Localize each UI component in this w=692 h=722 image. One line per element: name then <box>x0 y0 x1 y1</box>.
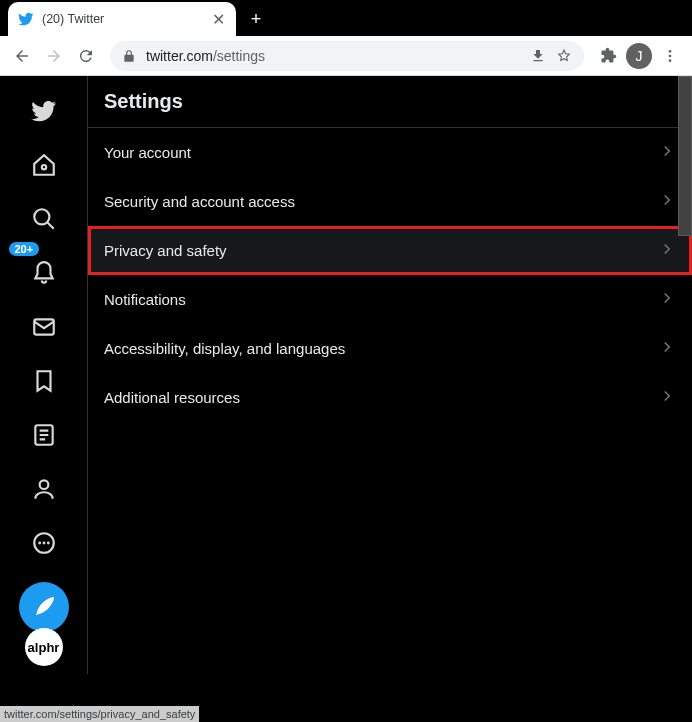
close-window-button[interactable] <box>656 2 684 30</box>
setting-row[interactable]: Privacy and safety <box>88 226 692 275</box>
url-text: twitter.com/settings <box>146 48 520 64</box>
svg-point-11 <box>38 542 41 545</box>
svg-point-12 <box>42 542 45 545</box>
account-avatar[interactable]: alphr <box>25 628 63 666</box>
svg-point-2 <box>669 50 672 53</box>
bookmark-star-icon[interactable] <box>556 48 572 64</box>
nav-notifications[interactable]: 20+ <box>19 248 69 298</box>
sidebar: 20+ alphr <box>0 76 88 674</box>
install-icon[interactable] <box>530 48 546 64</box>
setting-label: Privacy and safety <box>104 242 227 259</box>
twitter-logo[interactable] <box>19 86 69 136</box>
nav-messages[interactable] <box>19 302 69 352</box>
feather-icon <box>32 595 56 619</box>
list-icon <box>31 422 57 448</box>
caret-down-icon <box>571 11 581 21</box>
chevron-right-icon <box>658 191 676 212</box>
settings-list: Your accountSecurity and account accessP… <box>88 128 692 422</box>
nav-lists[interactable] <box>19 410 69 460</box>
back-button[interactable] <box>8 42 36 70</box>
nav-more[interactable] <box>19 518 69 568</box>
chrome-menu-icon[interactable] <box>656 42 684 70</box>
nav-bookmarks[interactable] <box>19 356 69 406</box>
chevron-right-icon <box>658 289 676 310</box>
status-bar: twitter.com/settings/privacy_and_safety <box>0 706 199 722</box>
scrollbar-thumb[interactable] <box>678 76 692 236</box>
setting-label: Accessibility, display, and languages <box>104 340 345 357</box>
setting-label: Additional resources <box>104 389 240 406</box>
svg-rect-0 <box>608 15 620 17</box>
page-title: Settings <box>88 76 692 128</box>
minimize-button[interactable] <box>600 2 628 30</box>
envelope-icon <box>31 314 57 340</box>
svg-rect-1 <box>637 11 646 20</box>
setting-row[interactable]: Notifications <box>88 275 692 324</box>
setting-row[interactable]: Accessibility, display, and languages <box>88 324 692 373</box>
home-icon <box>31 152 57 178</box>
svg-point-5 <box>41 165 45 169</box>
person-icon <box>31 476 57 502</box>
chevron-right-icon <box>658 338 676 359</box>
new-tab-button[interactable]: + <box>242 5 270 33</box>
notifications-badge: 20+ <box>9 242 40 256</box>
setting-label: Your account <box>104 144 191 161</box>
profile-avatar[interactable]: J <box>626 43 652 69</box>
maximize-button[interactable] <box>628 2 656 30</box>
search-icon <box>31 206 57 232</box>
setting-label: Notifications <box>104 291 186 308</box>
setting-row[interactable]: Security and account access <box>88 177 692 226</box>
nav-home[interactable] <box>19 140 69 190</box>
nav-profile[interactable] <box>19 464 69 514</box>
svg-point-4 <box>669 59 672 62</box>
svg-point-9 <box>39 480 48 489</box>
setting-row[interactable]: Additional resources <box>88 373 692 422</box>
browser-tab[interactable]: (20) Twitter ✕ <box>8 2 236 36</box>
extensions-icon[interactable] <box>594 42 622 70</box>
browser-badge-icon <box>568 8 584 24</box>
setting-row[interactable]: Your account <box>88 128 692 177</box>
nav-explore[interactable] <box>19 194 69 244</box>
bell-icon <box>31 260 57 286</box>
setting-label: Security and account access <box>104 193 295 210</box>
tab-title: (20) Twitter <box>42 12 202 26</box>
lock-icon <box>122 49 136 63</box>
settings-panel: Settings Your accountSecurity and accoun… <box>88 76 692 674</box>
chevron-right-icon <box>658 240 676 261</box>
more-circle-icon <box>31 530 57 556</box>
compose-tweet-button[interactable] <box>19 582 69 632</box>
chevron-right-icon <box>658 387 676 408</box>
svg-point-13 <box>46 542 49 545</box>
reload-button[interactable] <box>72 42 100 70</box>
tab-close-button[interactable]: ✕ <box>210 10 226 29</box>
bookmark-icon <box>31 368 57 394</box>
twitter-app: 20+ alphr Settings Your accountSecurity … <box>0 76 692 674</box>
twitter-favicon-icon <box>18 11 34 27</box>
forward-button[interactable] <box>40 42 68 70</box>
browser-toolbar: twitter.com/settings J <box>0 36 692 76</box>
twitter-bird-icon <box>31 98 57 124</box>
svg-point-3 <box>669 54 672 57</box>
svg-point-6 <box>34 209 49 224</box>
chevron-right-icon <box>658 142 676 163</box>
address-bar[interactable]: twitter.com/settings <box>110 41 584 71</box>
